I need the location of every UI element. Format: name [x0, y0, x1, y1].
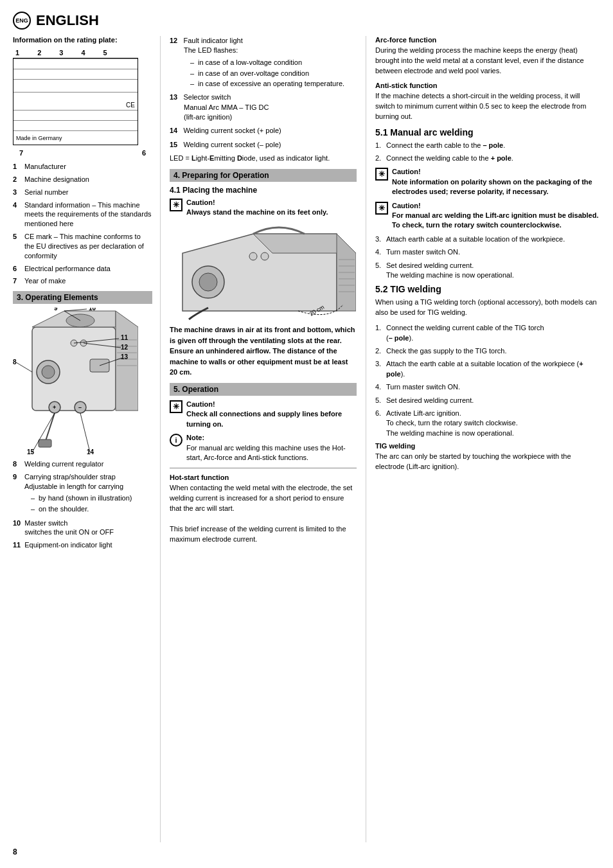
arc-force-title: Arc-force function	[375, 36, 600, 44]
list-item: 1 Manufacturer	[13, 162, 152, 172]
svg-marker-2	[116, 311, 138, 411]
rn1: 1	[15, 49, 19, 57]
step-item: 6. Activate Lift-arc ignition.To check, …	[375, 409, 600, 438]
svg-text:15: 15	[27, 448, 35, 456]
sublist-item: on the shoulder.	[31, 504, 132, 514]
steps-51-continued: 3. Attach earth cable at a suitable loca…	[375, 235, 600, 281]
tig-welding-body: The arc can only be started by touching …	[375, 452, 600, 472]
item13: 13 Selector switch Manual Arc MMA – TIG …	[170, 93, 357, 122]
caution-41: ✳ Caution!Always stand the machine on it…	[170, 198, 357, 218]
svg-text:12: 12	[121, 344, 129, 351]
note-5: i Note:For manual arc welding this machi…	[170, 433, 357, 463]
caution-5-icon: ✳	[170, 400, 182, 413]
rn2: 2	[37, 49, 41, 57]
step-item: 3. Attach earth cable at a suitable loca…	[375, 235, 600, 244]
section4-heading: 4. Preparing for Operation	[170, 169, 357, 182]
caution-51b: ✳ Caution!For manual arc welding the Lif…	[375, 201, 600, 231]
right-column: Arc-force function During the welding pr…	[366, 36, 600, 842]
rating-plate-diagram: 1 2 3 4 5 CE Made in Germany	[13, 48, 152, 157]
svg-point-10	[42, 366, 55, 378]
list-item: 9 Carrying strap/shoulder strapAdjustabl…	[13, 472, 152, 515]
list-item: 6 Electrical performance data	[13, 264, 152, 274]
main-content: Information on the rating plate: 1 2 3 4…	[13, 36, 600, 842]
rating-items-list: 1 Manufacturer 2 Machine designation 3 S…	[13, 162, 152, 286]
sublist-item: in case of a low-voltage condition	[190, 58, 357, 67]
tig-intro: When using a TIG welding torch (optional…	[375, 297, 600, 318]
rating-made-in: Made in Germany	[13, 130, 138, 145]
rating-row-3	[13, 79, 138, 92]
step-item: 2. Connect the welding cable to the + po…	[375, 154, 600, 163]
caution-51a: ✳ Caution!Note information on polarity s…	[375, 167, 600, 197]
caution-51a-text: Caution!Note information on polarity sho…	[392, 167, 600, 197]
svg-text:14: 14	[87, 448, 94, 456]
operating-elements-diagram: + –	[13, 308, 138, 456]
rating-row-1	[13, 58, 138, 69]
list-item: 7 Year of make	[13, 276, 152, 286]
anti-stick-title: Anti-stick function	[375, 82, 600, 89]
caution-41-text: Caution!Always stand the machine on its …	[186, 198, 328, 218]
svg-text:8: 8	[13, 359, 17, 366]
left-column: Information on the rating plate: 1 2 3 4…	[13, 36, 161, 842]
step-item: 1. Connect the welding current cable of …	[375, 323, 600, 343]
step-item: 2. Check the gas supply to the TIG torch…	[375, 346, 600, 356]
svg-text:9: 9	[54, 308, 58, 312]
section51-title: 5.1 Manual arc welding	[375, 127, 600, 137]
step-item: 5. Set desired welding current.	[375, 396, 600, 405]
hot-start-body: When contacting the weld metal with the …	[170, 483, 357, 545]
svg-point-47	[249, 252, 257, 260]
list-item: 5 CE mark – This machine conforms to the…	[13, 232, 152, 261]
rating-table: CE Made in Germany	[13, 58, 138, 145]
sublist-item: in case of an over-voltage condition	[190, 69, 357, 78]
step-item: 5. Set desired welding current.The weldi…	[375, 261, 600, 281]
rating-row-4: CE	[13, 92, 138, 110]
machine-drawing: 20 cm	[170, 221, 356, 321]
machine-caption: The machine draws in air at its front an…	[170, 324, 357, 378]
svg-text:10: 10	[89, 308, 96, 312]
svg-rect-19	[39, 439, 51, 447]
rn5: 5	[103, 49, 107, 57]
note-5-text: Note:For manual arc welding this machine…	[186, 433, 357, 463]
caution-51b-icon: ✳	[375, 202, 388, 215]
section5-heading: 5. Operation	[170, 383, 357, 396]
led-note: LED = Light-Emitting Diode, used as indi…	[170, 154, 357, 163]
caution-icon: ✳	[170, 199, 182, 211]
caution-51a-icon: ✳	[375, 168, 388, 181]
svg-text:11: 11	[121, 334, 129, 341]
list-item: 11 Equipment-on indicator light	[13, 540, 152, 550]
section52-title: 5.2 TIG welding	[375, 284, 600, 294]
note-icon: i	[170, 434, 182, 447]
list-item: 10 Master switchswitches the unit ON or …	[13, 518, 152, 538]
operating-items-list: 8 Welding current regulator 9 Carrying s…	[13, 459, 152, 550]
rating-bottom-nums: 7 6	[13, 149, 152, 157]
step-item: 1. Connect the earth cable to the – pole…	[375, 141, 600, 150]
svg-point-46	[199, 273, 217, 291]
rating-row-6	[13, 120, 138, 130]
step-item: 4. Turn master switch ON.	[375, 382, 600, 392]
hot-start-title: Hot-start function	[170, 474, 357, 481]
svg-line-20	[16, 362, 32, 372]
section3-heading: 3. Operating Elements	[13, 291, 152, 304]
rn7: 7	[19, 149, 23, 157]
header: ENG ENGLISH	[13, 12, 600, 30]
steps-52: 1. Connect the welding current cable of …	[375, 323, 600, 438]
svg-point-48	[261, 252, 269, 260]
item14: 14 Welding current socket (+ pole)	[170, 126, 357, 136]
rn6: 6	[142, 149, 146, 157]
rn3: 3	[59, 49, 63, 57]
steps-51: 1. Connect the earth cable to the – pole…	[375, 141, 600, 164]
sublist-item: in case of excessive an operating temper…	[190, 79, 357, 89]
item12: 12 Fault indicator light The LED flashes…	[170, 36, 357, 89]
mid-column: 12 Fault indicator light The LED flashes…	[161, 36, 366, 842]
caution-5-text: Caution!Check all connections and supply…	[186, 400, 357, 429]
svg-text:13: 13	[121, 353, 129, 360]
rating-plate-title: Information on the rating plate:	[13, 36, 152, 44]
rn4: 4	[81, 49, 85, 57]
item12-sublist: in case of a low-voltage condition in ca…	[184, 58, 357, 89]
svg-text:–: –	[78, 404, 82, 411]
arc-force-body: During the welding process the machine k…	[375, 46, 600, 76]
svg-text:+: +	[53, 404, 56, 411]
tig-welding-title: TIG welding	[375, 442, 600, 450]
list-item: 2 Machine designation	[13, 175, 152, 184]
step-item: 4. Turn master switch ON.	[375, 247, 600, 257]
page: ENG ENGLISH Information on the rating pl…	[0, 0, 613, 868]
